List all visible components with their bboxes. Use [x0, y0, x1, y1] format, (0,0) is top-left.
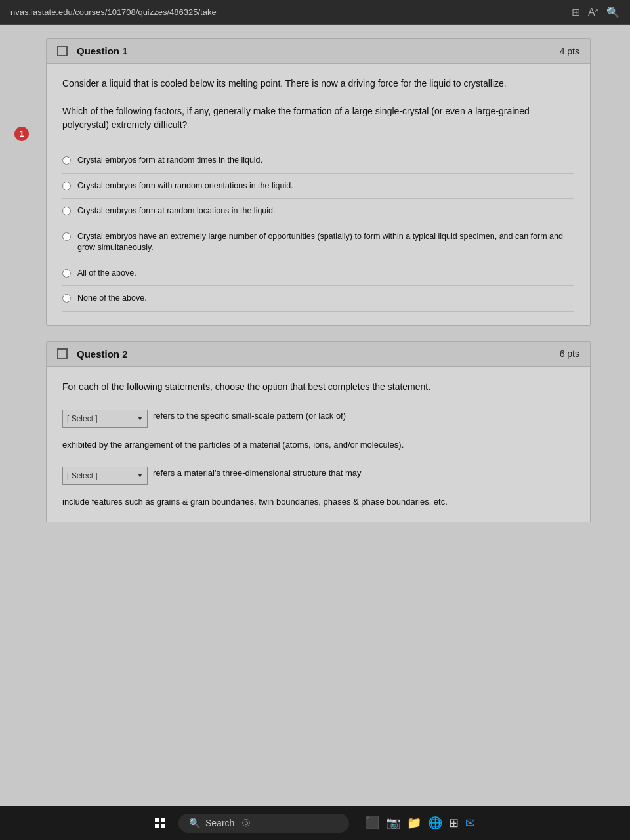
option-1-4-radio[interactable]: [62, 232, 71, 241]
taskbar-stop-icon[interactable]: ⬛: [365, 816, 379, 830]
option-1-4: Crystal embryos have an extremely large …: [62, 224, 574, 261]
statement-1-container: [ Select ] ▼ refers to the specific smal…: [62, 410, 574, 452]
statement-1-continuation: exhibited by the arrangement of the part…: [62, 438, 574, 452]
statement-1-row: [ Select ] ▼ refers to the specific smal…: [62, 410, 574, 428]
statement-2-text: refers a material's three-dimensional st…: [153, 467, 574, 480]
notification-badge: 1: [14, 127, 29, 141]
statement-2-continuation: include features such as grains & grain …: [62, 495, 574, 509]
chevron-down-icon-1: ▼: [137, 415, 143, 422]
statement-2-row: [ Select ] ▼ refers a material's three-d…: [62, 467, 574, 485]
statement-2-select-label: [ Select ]: [67, 471, 98, 480]
question-1-pts: 4 pts: [560, 46, 579, 56]
chevron-down-icon-2: ▼: [137, 472, 143, 479]
taskbar-search-label: Search: [205, 818, 234, 828]
option-1-1-radio[interactable]: [62, 156, 71, 165]
win-grid-cell-2: [161, 818, 165, 822]
question-2-label: Question 2: [77, 348, 128, 360]
question-1-body: Consider a liquid that is cooled below i…: [47, 64, 590, 325]
option-1-3-label: Crystal embryos form at random locations…: [77, 205, 276, 217]
taskbar-video-icon[interactable]: 📷: [386, 816, 400, 830]
question-2-checkbox[interactable]: [57, 348, 68, 359]
statement-2-container: [ Select ] ▼ refers a material's three-d…: [62, 467, 574, 509]
option-1-6-label: None of the above.: [77, 293, 147, 304]
question-1-header: Question 1 4 pts: [47, 39, 590, 64]
question-1-title: Question 1: [57, 45, 128, 56]
option-1-6-radio[interactable]: [62, 294, 71, 303]
question-1-para1: Consider a liquid that is cooled below i…: [62, 77, 574, 91]
search-browser-icon[interactable]: 🔍: [606, 6, 620, 18]
statement-2-select[interactable]: [ Select ] ▼: [62, 467, 148, 485]
question-1-label: Question 1: [77, 45, 128, 56]
taskbar-folder-icon[interactable]: 📁: [407, 816, 421, 830]
options-list-1: Crystal embryos form at random times in …: [62, 148, 574, 312]
option-1-5: All of the above.: [62, 261, 574, 287]
option-1-4-label: Crystal embryos have an extremely large …: [77, 231, 574, 254]
option-1-3-radio[interactable]: [62, 207, 71, 215]
browser-icons: ⊞ AA 🔍: [572, 6, 620, 18]
option-1-5-label: All of the above.: [77, 268, 136, 280]
option-1-2: Crystal embryos form with random orienta…: [62, 174, 574, 200]
option-1-1-label: Crystal embryos form at random times in …: [77, 155, 262, 167]
question-1-para2: Which of the following factors, if any, …: [62, 104, 574, 132]
question-2-title: Question 2: [57, 348, 128, 360]
taskbar-search-icon: 🔍: [189, 818, 200, 828]
taskbar: 🔍 Search ⓑ ⬛ 📷 📁 🌐 ⊞ ✉: [0, 806, 630, 840]
taskbar-mail-icon[interactable]: ✉: [465, 816, 475, 830]
question-1-card: Question 1 4 pts Consider a liquid that …: [46, 38, 591, 326]
statement-1-text: refers to the specific small-scale patte…: [153, 410, 574, 423]
question-2-card: Question 2 6 pts For each of the followi…: [46, 341, 591, 522]
grid-icon[interactable]: ⊞: [572, 6, 580, 18]
question-2-instruction: For each of the following statements, ch…: [62, 380, 574, 394]
option-1-6: None of the above.: [62, 286, 574, 312]
question-1-text: Consider a liquid that is cooled below i…: [62, 77, 574, 132]
taskbar-network-icon[interactable]: 🌐: [428, 816, 442, 830]
question-2-text: For each of the following statements, ch…: [62, 380, 574, 394]
option-1-5-radio[interactable]: [62, 269, 71, 278]
option-1-2-radio[interactable]: [62, 182, 71, 190]
win-grid-cell-3: [155, 824, 159, 828]
statement-1-select[interactable]: [ Select ] ▼: [62, 410, 148, 428]
windows-start-button[interactable]: [155, 818, 165, 828]
taskbar-search-bar[interactable]: 🔍 Search ⓑ: [178, 814, 349, 833]
win-grid-cell-1: [155, 818, 159, 822]
taskbar-grid-icon[interactable]: ⊞: [449, 816, 459, 830]
question-2-pts: 6 pts: [560, 348, 579, 359]
option-1-2-label: Crystal embryos form with random orienta…: [77, 180, 293, 192]
question-1-checkbox[interactable]: [57, 46, 68, 56]
taskbar-app-icons: ⬛ 📷 📁 🌐 ⊞ ✉: [365, 816, 475, 830]
font-icon[interactable]: AA: [588, 7, 598, 18]
option-1-1: Crystal embryos form at random times in …: [62, 148, 574, 174]
browser-bar: nvas.iastate.edu/courses/101708/quizzes/…: [0, 0, 630, 25]
page-content: 1 Question 1 4 pts Consider a liquid tha…: [0, 25, 630, 806]
question-2-header: Question 2 6 pts: [47, 342, 590, 367]
win-grid-cell-4: [161, 824, 165, 828]
url-bar: nvas.iastate.edu/courses/101708/quizzes/…: [10, 7, 572, 17]
statement-1-select-label: [ Select ]: [67, 414, 98, 423]
cortana-icon: ⓑ: [242, 818, 250, 829]
windows-logo-icon: [155, 818, 165, 828]
option-1-3: Crystal embryos form at random locations…: [62, 199, 574, 224]
question-2-body: For each of the following statements, ch…: [47, 367, 590, 522]
